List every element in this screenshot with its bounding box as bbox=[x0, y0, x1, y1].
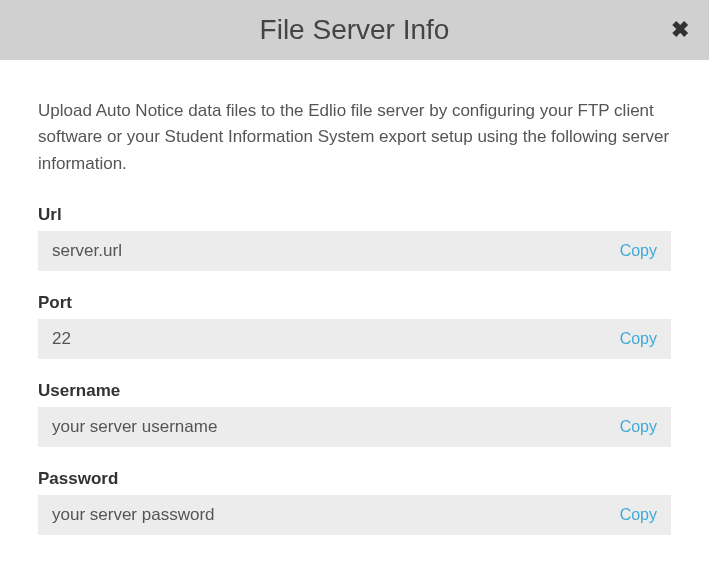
modal-title: File Server Info bbox=[20, 14, 689, 46]
port-row: 22 Copy bbox=[38, 319, 671, 359]
port-label: Port bbox=[38, 293, 671, 313]
password-value: your server password bbox=[52, 505, 215, 525]
field-group-username: Username your server username Copy bbox=[38, 381, 671, 447]
field-group-password: Password your server password Copy bbox=[38, 469, 671, 535]
username-value: your server username bbox=[52, 417, 217, 437]
modal-body: Upload Auto Notice data files to the Edl… bbox=[0, 60, 709, 575]
copy-username-button[interactable]: Copy bbox=[620, 418, 657, 436]
password-label: Password bbox=[38, 469, 671, 489]
port-value: 22 bbox=[52, 329, 71, 349]
copy-url-button[interactable]: Copy bbox=[620, 242, 657, 260]
field-group-port: Port 22 Copy bbox=[38, 293, 671, 359]
close-icon[interactable]: ✖ bbox=[671, 19, 689, 41]
modal-header: File Server Info ✖ bbox=[0, 0, 709, 60]
copy-password-button[interactable]: Copy bbox=[620, 506, 657, 524]
url-value: server.url bbox=[52, 241, 122, 261]
username-row: your server username Copy bbox=[38, 407, 671, 447]
url-label: Url bbox=[38, 205, 671, 225]
field-group-url: Url server.url Copy bbox=[38, 205, 671, 271]
description-text: Upload Auto Notice data files to the Edl… bbox=[38, 98, 671, 177]
username-label: Username bbox=[38, 381, 671, 401]
copy-port-button[interactable]: Copy bbox=[620, 330, 657, 348]
password-row: your server password Copy bbox=[38, 495, 671, 535]
url-row: server.url Copy bbox=[38, 231, 671, 271]
